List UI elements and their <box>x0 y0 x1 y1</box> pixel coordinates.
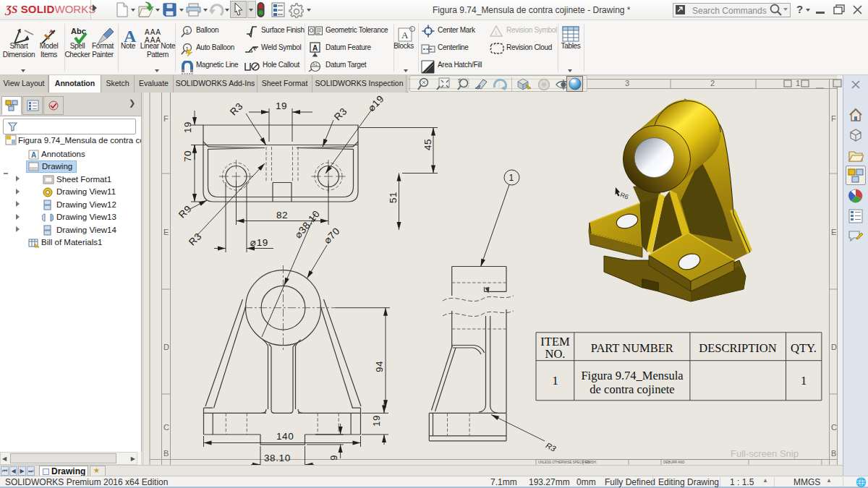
svg-text:38.10: 38.10 <box>264 453 291 463</box>
svg-text:19: 19 <box>182 121 193 133</box>
svg-text:FINISH:: FINISH: <box>585 461 597 464</box>
svg-text:C: C <box>163 423 169 432</box>
svg-text:Figura 9.74_Mensula: Figura 9.74_Mensula <box>581 369 684 382</box>
svg-text:UNLESS OTHERWISE SPECIFIED:: UNLESS OTHERWISE SPECIFIED: <box>538 461 591 464</box>
svg-text:1: 1 <box>552 374 558 388</box>
svg-text:19: 19 <box>371 415 382 427</box>
svg-text:A: A <box>401 30 409 40</box>
svg-text:D: D <box>831 343 837 351</box>
svg-text:19: 19 <box>276 100 287 111</box>
svg-text:DESCRIPTION: DESCRIPTION <box>699 341 776 355</box>
svg-text:51: 51 <box>388 192 399 203</box>
svg-text:1: 1 <box>495 30 498 36</box>
svg-text:Full-screen Snip: Full-screen Snip <box>731 448 799 459</box>
svg-text:B: B <box>831 449 836 458</box>
svg-text:C: C <box>831 423 837 432</box>
svg-text:3: 3 <box>625 79 629 87</box>
svg-text:D: D <box>163 343 169 351</box>
svg-text:1: 1 <box>796 79 800 87</box>
svg-text:82: 82 <box>276 210 288 221</box>
svg-text:E: E <box>831 228 836 236</box>
svg-text:A: A <box>49 28 54 35</box>
svg-text:QTY.: QTY. <box>791 341 817 355</box>
svg-text:1: 1 <box>509 173 514 183</box>
svg-text:94: 94 <box>374 361 385 372</box>
svg-text:de contra cojinete: de contra cojinete <box>590 382 674 396</box>
svg-text:45: 45 <box>422 139 433 150</box>
svg-text:A1: A1 <box>312 62 318 67</box>
svg-text:A: A <box>312 44 318 52</box>
svg-text:B: B <box>163 449 169 458</box>
svg-text:9: 9 <box>328 455 339 461</box>
svg-text:A: A <box>31 151 36 159</box>
svg-text:PART NUMBER: PART NUMBER <box>591 341 673 355</box>
svg-text:DEBURR AND: DEBURR AND <box>663 461 685 464</box>
svg-text:⌀19: ⌀19 <box>250 237 268 248</box>
svg-text:140: 140 <box>276 431 294 442</box>
svg-text:AAA: AAA <box>145 28 161 36</box>
svg-text:E: E <box>163 228 169 236</box>
svg-text:70: 70 <box>182 150 193 162</box>
svg-text:F: F <box>163 114 169 123</box>
svg-text:1: 1 <box>186 28 190 35</box>
svg-text:2: 2 <box>710 79 715 87</box>
svg-text:NO.: NO. <box>545 347 566 361</box>
svg-text:1: 1 <box>801 374 807 388</box>
svg-text:F: F <box>831 114 836 123</box>
